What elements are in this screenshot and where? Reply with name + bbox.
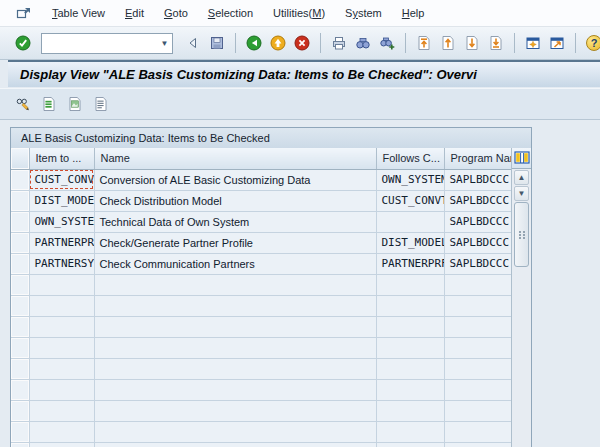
previous-page-button[interactable] bbox=[437, 32, 459, 54]
menu-item-utilities-m[interactable]: Utilities(M) bbox=[263, 3, 335, 23]
scroll-down-icon[interactable]: ▼ bbox=[514, 186, 529, 201]
scrollbar-thumb[interactable] bbox=[514, 202, 529, 267]
empty-cell bbox=[376, 316, 444, 337]
print-button[interactable] bbox=[328, 32, 350, 54]
cell-name[interactable]: Check Distribution Model bbox=[94, 190, 376, 211]
menu-item-edit[interactable]: Edit bbox=[115, 3, 154, 23]
cell-item[interactable]: PARTNERSYS bbox=[29, 253, 94, 274]
empty-cell bbox=[29, 337, 94, 358]
table-panel: ALE Basis Customizing Data: Items to Be … bbox=[10, 127, 532, 447]
row-selector[interactable] bbox=[11, 169, 29, 190]
enter-button[interactable] bbox=[12, 32, 34, 54]
empty-cell bbox=[444, 400, 512, 421]
menu-item-goto[interactable]: Goto bbox=[154, 3, 198, 23]
find-button[interactable] bbox=[352, 32, 374, 54]
column-header-follows-c[interactable]: Follows C... bbox=[376, 148, 444, 169]
menu-item-help[interactable]: Help bbox=[392, 3, 435, 23]
cell-program[interactable]: SAPLBDCCC bbox=[444, 253, 512, 274]
save-button[interactable] bbox=[206, 32, 228, 54]
cell-item[interactable]: PARTNERPRF bbox=[29, 232, 94, 253]
column-header-name[interactable]: Name bbox=[94, 148, 376, 169]
hide-command-field-button[interactable] bbox=[182, 32, 204, 54]
cell-item[interactable]: OWN_SYSTEM bbox=[29, 211, 94, 232]
select-all-header[interactable] bbox=[11, 148, 29, 169]
cell-name[interactable]: Check Communication Partners bbox=[94, 253, 376, 274]
cell-name[interactable]: Check/Generate Partner Profile bbox=[94, 232, 376, 253]
back-button[interactable] bbox=[243, 32, 265, 54]
first-page-icon bbox=[416, 35, 432, 51]
column-header-item-to[interactable]: Item to ... bbox=[29, 148, 94, 169]
cell-follows[interactable]: DIST_MODEL bbox=[376, 232, 444, 253]
row-selector bbox=[11, 421, 29, 442]
list-image-icon bbox=[67, 96, 83, 112]
menu-item-selection[interactable]: Selection bbox=[198, 3, 263, 23]
empty-cell bbox=[376, 358, 444, 379]
row-selector bbox=[11, 442, 29, 447]
table-container: Item to ...NameFollows C...Program Name … bbox=[11, 148, 512, 447]
items-table: Item to ...NameFollows C...Program Name … bbox=[11, 148, 512, 447]
last-page-button[interactable] bbox=[485, 32, 507, 54]
table-settings-icon[interactable] bbox=[514, 150, 530, 167]
empty-cell bbox=[444, 421, 512, 442]
find-next-button[interactable] bbox=[376, 32, 398, 54]
cell-follows[interactable]: PARTNERPRF bbox=[376, 253, 444, 274]
row-selector[interactable] bbox=[11, 211, 29, 232]
empty-cell bbox=[376, 379, 444, 400]
empty-cell bbox=[94, 295, 376, 316]
cell-follows[interactable] bbox=[376, 211, 444, 232]
enter-icon bbox=[15, 35, 31, 51]
scroll-up-icon[interactable]: ▲ bbox=[514, 170, 529, 185]
create-shortcut-button[interactable] bbox=[546, 32, 568, 54]
row-selector[interactable] bbox=[11, 232, 29, 253]
cell-name[interactable]: Technical Data of Own System bbox=[94, 211, 376, 232]
toolbar-separator bbox=[514, 33, 515, 53]
cell-program[interactable]: SAPLBDCCC bbox=[444, 169, 512, 190]
cell-item[interactable]: CUST_CONVT bbox=[29, 169, 94, 190]
empty-table-row bbox=[11, 337, 512, 358]
last-page-icon bbox=[488, 35, 504, 51]
help-button[interactable]: ? bbox=[583, 32, 600, 54]
empty-table-row bbox=[11, 400, 512, 421]
row-selector bbox=[11, 316, 29, 337]
toolbar-separator bbox=[320, 33, 321, 53]
table-row: CUST_CONVTConversion of ALE Basic Custom… bbox=[11, 169, 512, 190]
row-selector[interactable] bbox=[11, 253, 29, 274]
sap-gui-window: Table ViewEditGotoSelectionUtilities(M)S… bbox=[0, 0, 600, 447]
command-field[interactable] bbox=[42, 36, 157, 51]
row-selector[interactable] bbox=[11, 190, 29, 211]
vertical-scrollbar[interactable]: ▲ ▼ bbox=[511, 148, 531, 447]
list-rows-button[interactable] bbox=[38, 93, 60, 115]
cell-follows[interactable]: OWN_SYSTEM bbox=[376, 169, 444, 190]
empty-cell bbox=[376, 295, 444, 316]
cell-program[interactable]: SAPLBDCCC bbox=[444, 211, 512, 232]
cancel-icon bbox=[294, 35, 310, 51]
command-field-dropdown-icon[interactable]: ▼ bbox=[157, 34, 172, 53]
exit-button[interactable] bbox=[267, 32, 289, 54]
cell-follows[interactable]: CUST_CONVT bbox=[376, 190, 444, 211]
system-menu-icon[interactable] bbox=[16, 5, 34, 21]
cell-name[interactable]: Conversion of ALE Basic Customizing Data bbox=[94, 169, 376, 190]
cell-item[interactable]: DIST_MODEL bbox=[29, 190, 94, 211]
empty-cell bbox=[376, 337, 444, 358]
empty-cell bbox=[94, 400, 376, 421]
cell-program[interactable]: SAPLBDCCC bbox=[444, 190, 512, 211]
column-header-program-name[interactable]: Program Name bbox=[444, 148, 512, 169]
empty-cell bbox=[444, 316, 512, 337]
empty-cell bbox=[444, 337, 512, 358]
empty-table-row bbox=[11, 274, 512, 295]
next-page-button[interactable] bbox=[461, 32, 483, 54]
display-change-button[interactable] bbox=[12, 93, 34, 115]
display-change-icon bbox=[15, 96, 31, 112]
menu-item-table-view[interactable]: Table View bbox=[42, 3, 115, 23]
list-image-button[interactable] bbox=[64, 93, 86, 115]
list-text-button[interactable] bbox=[90, 93, 112, 115]
cancel-button[interactable] bbox=[291, 32, 313, 54]
new-session-button[interactable] bbox=[522, 32, 544, 54]
menu-item-system[interactable]: System bbox=[335, 3, 392, 23]
empty-cell bbox=[94, 442, 376, 447]
empty-cell bbox=[29, 316, 94, 337]
empty-cell bbox=[94, 316, 376, 337]
empty-table-row bbox=[11, 316, 512, 337]
cell-program[interactable]: SAPLBDCCC bbox=[444, 232, 512, 253]
first-page-button[interactable] bbox=[413, 32, 435, 54]
